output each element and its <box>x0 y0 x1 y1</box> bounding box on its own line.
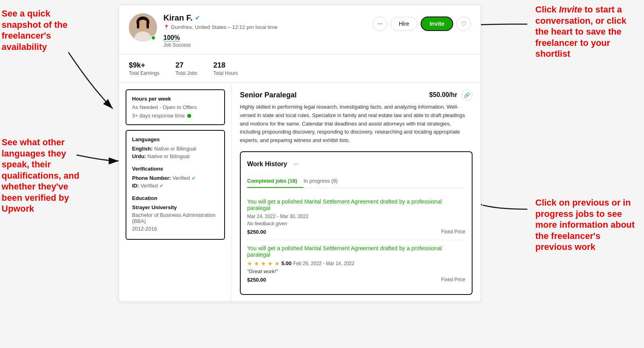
work-history-header: Work History ··· <box>247 159 465 170</box>
profile-location: 📍 Dumfries, United States – 12:12 pm loc… <box>163 24 366 30</box>
success-label: Job Success <box>163 42 366 48</box>
availability-response: 3+ days response time <box>132 113 185 119</box>
right-content: Senior Paralegal $50.00/hr 🔗 Highly skil… <box>232 83 481 301</box>
profile-info: Kiran F. ✔ 📍 Dumfries, United States – 1… <box>163 13 366 48</box>
stat-earnings: $9k+ Total Earnings <box>129 61 159 76</box>
response-indicator <box>187 114 191 118</box>
work-history-tabs: Completed jobs (18) In progress (9) <box>247 175 465 188</box>
review-text-2: "Great work!" <box>247 268 465 274</box>
earnings-value: $9k+ <box>129 61 159 70</box>
rating-date-2: Feb 26, 2022 - Mar 14, 2022 <box>293 261 354 266</box>
hours-label: Total Hours <box>213 70 238 76</box>
tab-in-progress[interactable]: In progress (9) <box>303 175 344 188</box>
svg-rect-9 <box>147 21 149 29</box>
bio-text: Highly skilled in performing legal resea… <box>240 103 473 145</box>
work-history-title: Work History <box>247 161 287 168</box>
annotation-top-right: Click Invite to start a conversation, or… <box>535 4 636 60</box>
degree-name: Bachelor of Business Administration (BBA… <box>132 212 219 224</box>
job-title-1[interactable]: You will get a polished Marital Settleme… <box>247 198 465 211</box>
invite-button[interactable]: Invite <box>421 16 453 31</box>
language-urdu: Urdu: Native or Bilingual <box>132 153 219 159</box>
star-1: ★ <box>247 260 252 267</box>
verified-badge: ✔ <box>195 14 200 22</box>
availability-value: As Needed - Open to Offers <box>132 104 219 110</box>
job-dates-1: Mar 24, 2022 - Mar 30, 2022 <box>247 214 465 219</box>
id-verified-icon: ✔ <box>159 183 163 189</box>
star-2: ★ <box>254 260 259 267</box>
sidebar-details-box: Languages English: Native or Bilingual U… <box>126 130 225 240</box>
location-icon: 📍 <box>163 25 169 30</box>
job-type-1: Fixed Price <box>441 229 465 235</box>
copy-link-button[interactable]: 🔗 <box>461 89 473 101</box>
tab-completed-jobs[interactable]: Completed jobs (18) <box>247 175 303 188</box>
freelancer-card: Kiran F. ✔ 📍 Dumfries, United States – 1… <box>119 5 481 302</box>
work-history-box: Work History ··· Completed jobs (18) In … <box>240 151 473 295</box>
education-title: Education <box>132 195 219 201</box>
jobs-label: Total Jobs <box>175 70 197 76</box>
title-row: Senior Paralegal $50.00/hr 🔗 <box>240 89 473 101</box>
star-3: ★ <box>261 260 266 267</box>
save-to-shortlist-button[interactable]: ♡ <box>456 16 471 31</box>
availability-box: Hours per week As Needed - Open to Offer… <box>126 89 225 125</box>
job-entry-1[interactable]: You will get a polished Marital Settleme… <box>247 194 465 240</box>
hire-button[interactable]: Hire <box>390 17 418 31</box>
education-years: 2012-2016 <box>132 226 219 232</box>
name-row: Kiran F. ✔ <box>163 13 366 23</box>
profile-header: Kiran F. ✔ 📍 Dumfries, United States – 1… <box>119 5 481 55</box>
job-title-2[interactable]: You will get a polished Marital Settleme… <box>247 245 465 258</box>
stat-jobs: 27 Total Jobs <box>175 61 197 76</box>
content-area: Hours per week As Needed - Open to Offer… <box>119 83 481 301</box>
annotation-top-left: See a quick snapshot of the freelancer's… <box>2 8 90 52</box>
phone-verified-icon: ✔ <box>192 175 196 181</box>
page-wrapper: See a quick snapshot of the freelancer's… <box>0 0 644 348</box>
stars-row-2: ★ ★ ★ ★ ★ 5.00 Feb 26, 2022 - Mar 14, 20… <box>247 260 465 267</box>
verification-phone: Phone Number: Verified ✔ <box>132 175 219 181</box>
annotation-mid-left: See what other languages they speak, the… <box>2 137 90 214</box>
freelancer-title: Senior Paralegal <box>240 91 297 99</box>
job-entry-2[interactable]: You will get a polished Marital Settleme… <box>247 240 465 288</box>
stats-bar: $9k+ Total Earnings 27 Total Jobs 218 To… <box>119 55 481 83</box>
hours-value: 218 <box>213 61 238 70</box>
online-indicator <box>151 35 156 40</box>
freelancer-name: Kiran F. <box>163 13 192 23</box>
more-options-button[interactable]: ··· <box>373 16 387 31</box>
earnings-label: Total Earnings <box>129 70 159 76</box>
languages-title: Languages <box>132 136 219 142</box>
job-amount-1: $250.00 <box>247 229 266 235</box>
jobs-value: 27 <box>175 61 197 70</box>
stat-hours: 218 Total Hours <box>213 61 238 76</box>
success-percent: 100% <box>163 34 366 41</box>
verifications-title: Verifications <box>132 166 219 172</box>
job-footer-1: $250.00 Fixed Price <box>247 229 465 235</box>
rating-value-2: 5.00 <box>281 260 291 266</box>
header-actions: ··· Hire Invite ♡ <box>373 16 471 31</box>
job-type-2: Fixed Price <box>441 277 465 282</box>
annotation-bottom-right: Click on previous or in progress jobs to… <box>535 197 636 253</box>
response-row: 3+ days response time <box>132 113 219 119</box>
hourly-rate: $50.00/hr <box>429 91 457 99</box>
job-footer-2: $250.00 Fixed Price <box>247 277 465 283</box>
left-sidebar: Hours per week As Needed - Open to Offer… <box>119 83 232 301</box>
star-4: ★ <box>268 260 273 267</box>
language-english: English: Native or Bilingual <box>132 146 219 152</box>
verification-id: ID: Verified ✔ <box>132 183 219 189</box>
university-name: Strayer University <box>132 204 219 210</box>
avatar-wrap <box>129 13 157 41</box>
rate-row: $50.00/hr 🔗 <box>429 89 473 101</box>
star-5: ★ <box>275 260 280 267</box>
job-feedback-1: No feedback given <box>247 221 465 227</box>
work-history-options-button[interactable]: ··· <box>290 159 301 170</box>
job-success: 100% Job Success <box>163 34 366 48</box>
svg-rect-8 <box>137 21 139 29</box>
job-amount-2: $250.00 <box>247 277 266 283</box>
availability-title: Hours per week <box>132 96 219 102</box>
